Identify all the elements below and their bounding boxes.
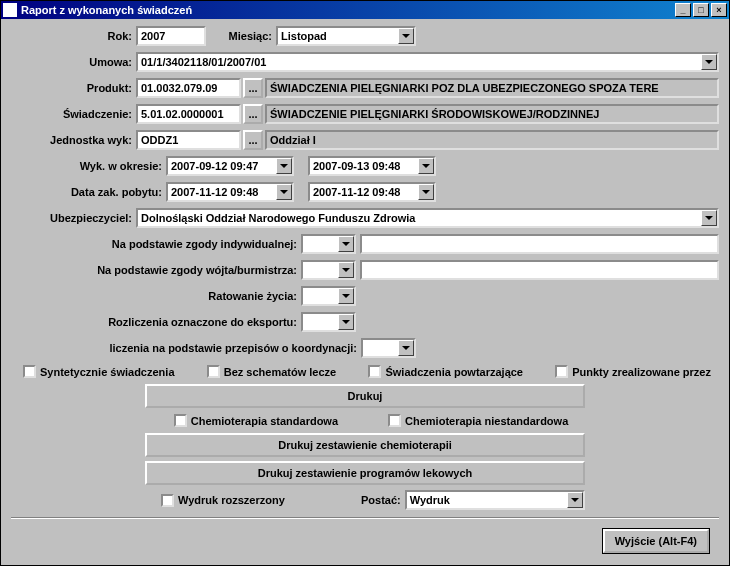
jednostka-desc: Oddział I [265,130,719,150]
rozlicz-select[interactable] [301,312,356,332]
minimize-button[interactable]: _ [675,3,691,17]
chevron-down-icon[interactable] [701,210,717,226]
swiadczenie-browse-button[interactable]: ... [243,104,263,124]
check-punkty[interactable]: Punkty zrealizowane przez [555,365,711,378]
produkt-browse-button[interactable]: ... [243,78,263,98]
label-swiadczenie: Świadczenie: [11,108,136,120]
label-koordyn: liczenia na podstawie przepisów o koordy… [11,342,361,354]
zak-to-datetime[interactable]: 2007-11-12 09:48 [308,182,436,202]
check-chemio-niestd[interactable]: Chemioterapia niestandardowa [388,414,568,427]
titlebar: Raport z wykonanych świadczeń _ □ × [1,1,729,19]
ratowanie-select[interactable] [301,286,356,306]
label-rok: Rok: [11,30,136,42]
swiadczenie-code-input[interactable]: 5.01.02.0000001 [136,104,241,124]
label-rozlicz: Rozliczenia oznaczone do eksportu: [11,316,301,328]
chevron-down-icon[interactable] [701,54,717,70]
chevron-down-icon[interactable] [418,184,434,200]
label-ubezp: Ubezpieczyciel: [11,212,136,224]
app-window: Raport z wykonanych świadczeń _ □ × Rok:… [0,0,730,566]
label-jednostka: Jednostka wyk: [11,134,136,146]
app-icon [3,3,17,17]
drukuj-chemio-button[interactable]: Drukuj zestawienie chemioterapii [145,433,585,457]
wyjscie-button[interactable]: Wyjście (Alt-F4) [603,529,709,553]
produkt-code-input[interactable]: 01.0032.079.09 [136,78,241,98]
wyk-from-datetime[interactable]: 2007-09-12 09:47 [166,156,294,176]
pods-indyw-input[interactable] [360,234,719,254]
koordyn-select[interactable] [361,338,416,358]
chevron-down-icon[interactable] [276,184,292,200]
chevron-down-icon[interactable] [338,262,354,278]
jednostka-code-input[interactable]: ODDZ1 [136,130,241,150]
label-ratowanie: Ratowanie życia: [11,290,301,302]
check-wydruk-rozsz[interactable]: Wydruk rozszerzony [161,494,285,507]
miesiac-select[interactable]: Listopad [276,26,416,46]
label-miesiac: Miesiąc: [220,30,276,42]
chevron-down-icon[interactable] [338,236,354,252]
postac-select[interactable]: Wydruk [405,490,585,510]
window-title: Raport z wykonanych świadczeń [21,4,675,16]
pods-wojt-select[interactable] [301,260,356,280]
chevron-down-icon[interactable] [276,158,292,174]
chevron-down-icon[interactable] [398,28,414,44]
wyk-to-datetime[interactable]: 2007-09-13 09:48 [308,156,436,176]
check-bez-schematow[interactable]: Bez schematów lecze [207,365,337,378]
check-chemio-std[interactable]: Chemioterapia standardowa [174,414,338,427]
maximize-button[interactable]: □ [693,3,709,17]
check-powtarzajace[interactable]: Świadczenia powtarzające [368,365,523,378]
rok-input[interactable]: 2007 [136,26,206,46]
drukuj-lek-button[interactable]: Drukuj zestawienie programów lekowych [145,461,585,485]
ubezp-select[interactable]: Dolnośląski Oddział Narodowego Funduszu … [136,208,719,228]
drukuj-button[interactable]: Drukuj [145,384,585,408]
swiadczenie-desc: ŚWIADCZENIE PIELĘGNIARKI ŚRODOWISKOWEJ/R… [265,104,719,124]
check-syntetycznie[interactable]: Syntetycznie świadczenia [23,365,175,378]
chevron-down-icon[interactable] [398,340,414,356]
divider [11,517,719,519]
label-data-zak: Data zak. pobytu: [11,186,166,198]
chevron-down-icon[interactable] [338,314,354,330]
pods-indyw-select[interactable] [301,234,356,254]
pods-wojt-input[interactable] [360,260,719,280]
label-produkt: Produkt: [11,82,136,94]
chevron-down-icon[interactable] [567,492,583,508]
produkt-desc: ŚWIADCZENIA PIELĘGNIARKI POZ DLA UBEZPIE… [265,78,719,98]
form-area: Rok: 2007 Miesiąc: Listopad Umowa: 01/1/… [1,19,729,561]
jednostka-browse-button[interactable]: ... [243,130,263,150]
label-postac: Postać: [345,494,405,506]
label-wyk-okres: Wyk. w okresie: [11,160,166,172]
chevron-down-icon[interactable] [338,288,354,304]
label-pods-indyw: Na podstawie zgody indywidualnej: [11,238,301,250]
zak-from-datetime[interactable]: 2007-11-12 09:48 [166,182,294,202]
label-pods-wojt: Na podstawie zgody wójta/burmistrza: [11,264,301,276]
umowa-select[interactable]: 01/1/3402118/01/2007/01 [136,52,719,72]
label-umowa: Umowa: [11,56,136,68]
close-button[interactable]: × [711,3,727,17]
chevron-down-icon[interactable] [418,158,434,174]
